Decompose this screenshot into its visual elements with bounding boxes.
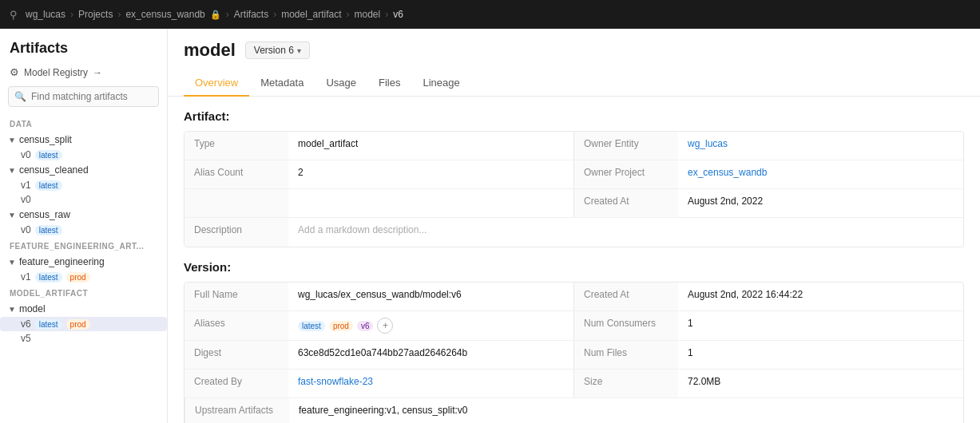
tab-lineage[interactable]: Lineage: [411, 70, 470, 97]
group-header-census-raw[interactable]: ▼ census_raw: [0, 207, 167, 223]
num-files-value: 1: [678, 341, 963, 369]
num-consumers-label: Num Consumers: [574, 311, 678, 340]
version-label: v6: [21, 318, 31, 330]
breadcrumb-projects[interactable]: Projects: [78, 9, 113, 20]
version-label: v0: [21, 194, 31, 205]
list-item-census-raw-v0[interactable]: v0 latest: [0, 223, 167, 237]
breadcrumb-model-artifact[interactable]: model_artifact: [281, 9, 341, 20]
aliases-label: Aliases: [184, 311, 288, 340]
version-label: v0: [21, 224, 31, 235]
version-label: v0: [21, 149, 31, 160]
alias-latest-badge: latest: [298, 321, 325, 331]
version-card: Full Name wg_lucas/ex_census_wandb/model…: [184, 282, 964, 423]
breadcrumb-wg-lucas[interactable]: wg_lucas: [26, 9, 65, 20]
breadcrumb-model[interactable]: model: [355, 9, 381, 20]
version-label: v5: [21, 333, 31, 344]
description-placeholder[interactable]: Add a markdown description...: [288, 218, 963, 247]
artifact-search[interactable]: 🔍: [8, 86, 159, 107]
list-item-feature-engineering-v1[interactable]: v1 latest prod: [0, 270, 167, 284]
version-created-at-value: August 2nd, 2022 16:44:22: [678, 283, 963, 310]
breadcrumb-ex-census-wandb[interactable]: ex_census_wandb: [125, 9, 204, 20]
type-value: model_artifact: [288, 132, 573, 160]
version-row-aliases: Aliases latest prod v6 + Num Consum: [184, 311, 963, 341]
tab-usage[interactable]: Usage: [315, 70, 367, 97]
list-item-census-cleaned-v1[interactable]: v1 latest: [0, 178, 167, 192]
add-alias-button[interactable]: +: [377, 318, 393, 334]
digest-label: Digest: [184, 341, 288, 369]
owner-project-value[interactable]: ex_census_wandb: [678, 160, 963, 188]
type-label: Type: [184, 132, 288, 160]
chevron-down-icon: ▼: [8, 136, 16, 144]
sidebar-title: Artifacts: [0, 29, 167, 63]
model-registry-link[interactable]: ⚙ Model Registry →: [0, 63, 167, 86]
chevron-down-icon: ▼: [8, 258, 16, 267]
model-registry-icon: ⚙: [10, 66, 19, 78]
tab-metadata[interactable]: Metadata: [249, 70, 315, 97]
feature-section-label: FEATURE_ENGINEERING_ART...: [0, 237, 167, 254]
group-census-raw: ▼ census_raw v0 latest: [0, 207, 167, 237]
full-name-value: wg_lucas/ex_census_wandb/model:v6: [288, 283, 573, 310]
created-by-value[interactable]: fast-snowflake-23: [288, 370, 573, 397]
tab-files[interactable]: Files: [367, 70, 411, 97]
group-feature-engineering: ▼ feature_engineering v1 latest prod: [0, 254, 167, 284]
full-name-label: Full Name: [184, 283, 288, 310]
alias-count-label: Alias Count: [184, 160, 288, 188]
group-name: feature_engineering: [19, 256, 105, 267]
group-header-census-split[interactable]: ▼ census_split: [0, 132, 167, 148]
group-census-cleaned: ▼ census_cleaned v1 latest v0: [0, 162, 167, 207]
breadcrumb-artifacts[interactable]: Artifacts: [234, 9, 268, 20]
owner-entity-value[interactable]: wg_lucas: [678, 132, 963, 160]
content-body: Artifact: Type model_artifact Owner Enti…: [168, 97, 980, 423]
breadcrumb-v6[interactable]: v6: [393, 9, 403, 20]
empty-value: [288, 189, 573, 217]
alias-v6-badge: v6: [357, 321, 374, 331]
tab-overview[interactable]: Overview: [184, 70, 249, 97]
main-layout: Artifacts ⚙ Model Registry → 🔍 DATA ▼ ce…: [0, 29, 980, 423]
artifact-row-type: Type model_artifact Owner Entity wg_luca…: [184, 132, 963, 160]
tabs-bar: Overview Metadata Usage Files Lineage: [184, 70, 964, 96]
version-created-at-label: Created At: [574, 283, 678, 310]
content-area: model Version 6 ▾ Overview Metadata Usag…: [168, 29, 980, 423]
latest-badge: latest: [35, 272, 62, 283]
owner-entity-label: Owner Entity: [574, 132, 678, 160]
group-header-feature-engineering[interactable]: ▼ feature_engineering: [0, 254, 167, 270]
aliases-row: latest prod v6 +: [298, 318, 564, 334]
list-item-model-v5[interactable]: v5: [0, 331, 167, 346]
version-row-upstream: Upstream Artifacts feature_engineering:v…: [184, 398, 963, 423]
search-sidebar-icon: 🔍: [14, 91, 26, 102]
artifact-card: Type model_artifact Owner Entity wg_luca…: [184, 131, 964, 247]
version-label: v1: [21, 271, 31, 283]
search-input[interactable]: [8, 86, 159, 107]
created-at-value: August 2nd, 2022: [678, 189, 963, 217]
created-by-label: Created By: [184, 370, 288, 397]
group-header-census-cleaned[interactable]: ▼ census_cleaned: [0, 162, 167, 178]
version-row-fullname: Full Name wg_lucas/ex_census_wandb/model…: [184, 283, 963, 311]
content-header: model Version 6 ▾ Overview Metadata Usag…: [168, 29, 980, 97]
version-selector-label: Version 6: [254, 45, 294, 56]
artifact-row-alias: Alias Count 2 Owner Project ex_census_wa…: [184, 160, 963, 189]
group-header-model[interactable]: ▼ model: [0, 301, 167, 317]
list-item-model-v6[interactable]: v6 latest prod: [0, 317, 167, 331]
chevron-down-icon: ▼: [8, 305, 16, 314]
chevron-down-icon: ▾: [297, 46, 301, 55]
prod-badge: prod: [66, 272, 90, 283]
latest-badge: latest: [35, 150, 62, 160]
group-name: census_raw: [19, 209, 70, 220]
list-item-census-cleaned-v0[interactable]: v0: [0, 192, 167, 207]
created-at-label: Created At: [574, 189, 678, 217]
version-label: v1: [21, 180, 31, 191]
latest-badge: latest: [35, 180, 62, 191]
alias-count-value: 2: [288, 160, 573, 188]
version-row-digest: Digest 63ce8d52cd1e0a744bb27aad2646264b …: [184, 341, 963, 370]
group-model: ▼ model v6 latest prod v5: [0, 301, 167, 346]
artifact-section-title: Artifact:: [184, 109, 964, 123]
list-item-census-split-v0[interactable]: v0 latest: [0, 148, 167, 162]
size-label: Size: [574, 370, 678, 397]
alias-prod-badge: prod: [329, 321, 353, 331]
digest-value: 63ce8d52cd1e0a744bb27aad2646264b: [288, 341, 573, 369]
size-value: 72.0MB: [678, 370, 963, 397]
arrow-right-icon: →: [93, 67, 102, 78]
group-census-split: ▼ census_split v0 latest: [0, 132, 167, 162]
search-icon[interactable]: ⚲: [10, 9, 18, 21]
version-selector[interactable]: Version 6 ▾: [245, 42, 310, 59]
